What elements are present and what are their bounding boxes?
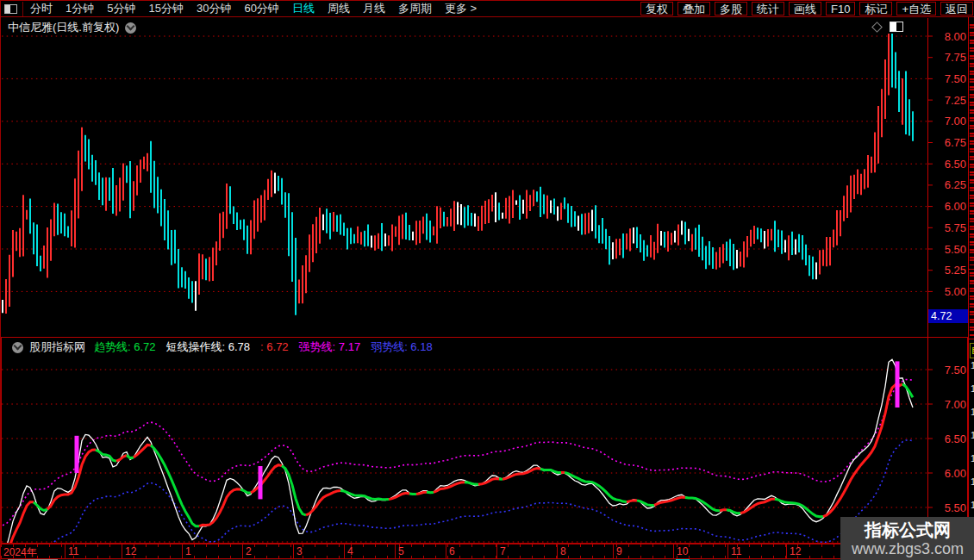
- main-price-label: 5.75: [930, 221, 966, 234]
- month-divider: [344, 544, 345, 558]
- period-tab-5分钟[interactable]: 5分钟: [107, 1, 135, 16]
- indicator-source-label: 股朋指标网: [29, 339, 85, 355]
- month-divider: [613, 544, 614, 558]
- month-divider: [182, 544, 183, 558]
- period-tab-日线[interactable]: 日线: [292, 1, 315, 16]
- chart-title: 中信尼雅(日线.前复权): [8, 20, 119, 35]
- month-label: 8: [560, 545, 566, 557]
- month-divider: [673, 544, 674, 558]
- window-split-icon[interactable]: [4, 4, 17, 14]
- toolbar-button-统计[interactable]: 统计: [752, 2, 784, 16]
- indicator-readouts: 趋势线: 6.72短线操作线: 6.78: 6.72强势线: 7.17弱势线: …: [94, 339, 443, 355]
- chart-corner-icons: [873, 22, 903, 32]
- month-label: 7: [500, 545, 506, 557]
- month-label: 11: [68, 545, 78, 557]
- main-price-label: 5.00: [930, 285, 966, 298]
- indicator-price-label: 6.50: [930, 432, 966, 445]
- toolbar-button-叠加[interactable]: 叠加: [677, 2, 710, 16]
- period-tab-多周期[interactable]: 多周期: [398, 1, 432, 16]
- main-price-label: 5.25: [930, 264, 966, 277]
- period-tab-60分钟[interactable]: 60分钟: [244, 1, 278, 16]
- readout-强势线: 强势线: 7.17: [299, 340, 361, 353]
- sidebar-digit: 1: [971, 476, 974, 487]
- indicator-price-label: 7.00: [930, 398, 966, 411]
- month-divider: [122, 544, 122, 558]
- sidebar-glyph-texture: [970, 24, 974, 265]
- month-divider: [395, 544, 396, 558]
- axis-minor-ticks: [1, 556, 968, 558]
- toolbar-button-F10[interactable]: F10: [826, 2, 855, 16]
- main-chart-panel[interactable]: 中信尼雅(日线.前复权): [1, 17, 968, 337]
- diamond-icon[interactable]: [871, 22, 883, 33]
- chart-title-row: 中信尼雅(日线.前复权): [8, 20, 136, 35]
- indicator-header: 股朋指标网 趋势线: 6.72短线操作线: 6.78: 6.72强势线: 7.1…: [6, 339, 443, 355]
- time-axis: 2024年 1112123456789101112: [1, 544, 968, 559]
- year-label: 2024年: [3, 545, 37, 560]
- period-tab-1分钟[interactable]: 1分钟: [66, 1, 94, 16]
- main-price-label: 7.00: [930, 115, 966, 128]
- sidebar-badge[interactable]: 自: [970, 343, 974, 358]
- month-divider: [496, 544, 497, 558]
- axis-minor-ticks: [1, 544, 968, 547]
- period-tab-分时[interactable]: 分时: [30, 1, 53, 16]
- sidebar-digit: 1: [971, 407, 974, 417]
- period-tab-30分钟[interactable]: 30分钟: [197, 1, 231, 16]
- app-window: 分时1分钟5分钟15分钟30分钟60分钟日线周线月线多周期更多 > 复权叠加多股…: [0, 0, 974, 560]
- month-label: 9: [616, 545, 622, 557]
- sidebar-digit: 1: [971, 383, 974, 394]
- month-label: 4: [347, 545, 353, 557]
- readout-短线操作线: 短线操作线: 6.78: [166, 340, 251, 353]
- month-label: 10: [677, 545, 688, 557]
- sidebar-digit: 1: [971, 430, 974, 440]
- period-tab-周线[interactable]: 周线: [328, 1, 350, 16]
- month-divider: [446, 544, 446, 558]
- right-sidebar-strip[interactable]: 自 1111111: [968, 17, 974, 560]
- toolbar-button-复权[interactable]: 复权: [640, 2, 673, 16]
- chevron-down-icon[interactable]: [125, 22, 136, 34]
- readout-value: : 6.72: [260, 340, 289, 353]
- month-label: 3: [297, 545, 303, 557]
- indicator-price-label: 5.50: [930, 501, 966, 514]
- readout-弱势线: 弱势线: 6.18: [371, 340, 433, 353]
- period-tab-15分钟[interactable]: 15分钟: [148, 1, 183, 16]
- sidebar-divider: [969, 339, 974, 339]
- chevron-down-icon[interactable]: [12, 342, 23, 353]
- toolbar-button-多股[interactable]: 多股: [715, 2, 747, 16]
- month-label: 6: [449, 545, 455, 557]
- period-tab-月线[interactable]: 月线: [363, 1, 385, 16]
- toolbar-button-返回[interactable]: 返回: [940, 2, 973, 16]
- top-toolbar: 分时1分钟5分钟15分钟30分钟60分钟日线周线月线多周期更多 > 复权叠加多股…: [1, 1, 974, 17]
- toolbar-button-+自选[interactable]: +自选: [896, 2, 936, 16]
- watermark-url: www.zbgs3.com: [852, 540, 964, 558]
- watermark: 指标公式网 www.zbgs3.com: [840, 517, 974, 560]
- indicator-price-label: 7.50: [930, 364, 966, 376]
- indicator-panel[interactable]: 股朋指标网 趋势线: 6.72短线操作线: 6.78: 6.72强势线: 7.1…: [1, 337, 968, 544]
- month-label: 1: [185, 545, 191, 557]
- month-label: 5: [398, 545, 404, 557]
- sidebar-digit: 1: [971, 500, 974, 510]
- split-pane-icon[interactable]: [890, 22, 903, 32]
- main-price-label: 5.50: [930, 243, 966, 256]
- month-divider: [727, 544, 728, 558]
- month-label: 12: [125, 545, 136, 557]
- toolbar-button-画线[interactable]: 画线: [789, 2, 821, 16]
- month-divider: [65, 544, 66, 558]
- sidebar-divider: [969, 269, 974, 270]
- last-price-badge: 4.72: [928, 309, 968, 323]
- toolbar-button-标记[interactable]: 标记: [859, 2, 892, 16]
- sidebar-glyph-texture: [970, 272, 974, 336]
- watermark-title: 指标公式网: [865, 520, 951, 540]
- main-price-label: 7.25: [930, 94, 966, 107]
- main-price-label: 7.75: [930, 51, 966, 64]
- toolbar-divider: [22, 2, 23, 16]
- main-price-label: 6.00: [930, 200, 966, 213]
- month-divider: [242, 544, 243, 558]
- period-tab-更多 >[interactable]: 更多 >: [445, 1, 477, 16]
- period-tabs: 分时1分钟5分钟15分钟30分钟60分钟日线周线月线多周期更多 >: [30, 1, 477, 16]
- sidebar-digit: 1: [971, 360, 974, 370]
- main-price-label: 6.75: [930, 136, 966, 149]
- main-price-label: 7.50: [930, 72, 966, 85]
- month-divider: [786, 544, 787, 558]
- readout-趋势线: 趋势线: 6.72: [94, 340, 156, 353]
- main-price-label: 8.00: [930, 30, 966, 43]
